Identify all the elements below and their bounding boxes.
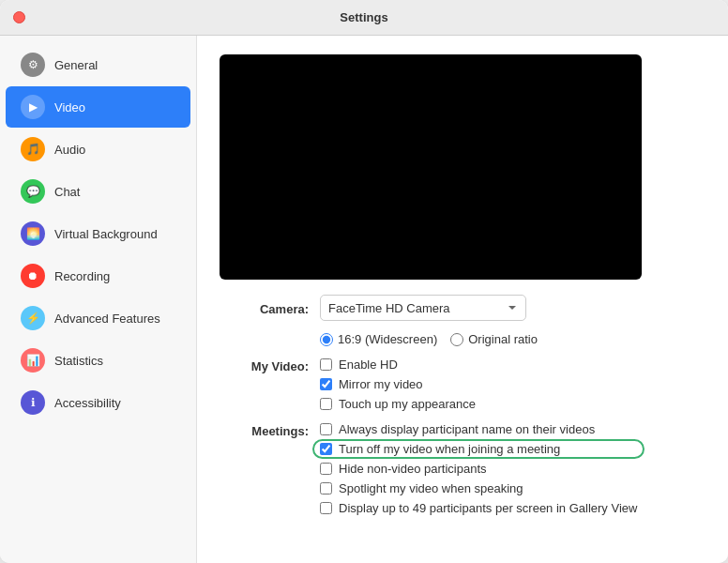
titlebar: Settings	[0, 0, 728, 36]
accessibility-icon: ℹ	[21, 390, 45, 415]
sidebar-item-video-label: Video	[54, 100, 85, 114]
enable-hd-checkbox[interactable]	[320, 358, 332, 371]
ratio-widescreen-label: 16:9 (Widescreen)	[338, 332, 437, 346]
mirror-video-label: Mirror my video	[339, 377, 423, 391]
touch-up-label: Touch up my appearance	[339, 397, 476, 411]
camera-label: Camera:	[220, 300, 309, 316]
touch-up-option[interactable]: Touch up my appearance	[320, 397, 476, 411]
sidebar-item-statistics[interactable]: 📊Statistics	[6, 340, 190, 381]
hide-non-video-label: Hide non-video participants	[339, 462, 487, 476]
my-video-label: My Video:	[220, 358, 309, 373]
statistics-icon: 📊	[21, 348, 45, 373]
close-button[interactable]	[13, 11, 25, 23]
chat-icon: 💬	[21, 179, 45, 204]
turn-off-video-checkbox[interactable]	[320, 443, 332, 455]
sidebar-item-virtual-background-label: Virtual Background	[54, 227, 158, 241]
my-video-row: My Video: Enable HD Mirror my video Touc…	[220, 358, 705, 411]
sidebar: ⚙General▶Video🎵Audio💬Chat🌅Virtual Backgr…	[0, 36, 197, 563]
sidebar-item-video[interactable]: ▶Video	[6, 86, 190, 128]
virtual-background-icon: 🌅	[21, 221, 45, 246]
aspect-ratio-label	[220, 332, 309, 334]
turn-off-video-label: Turn off my video when joining a meeting	[339, 442, 560, 456]
display-49-option[interactable]: Display up to 49 participants per screen…	[320, 501, 637, 515]
always-display-option[interactable]: Always display participant name on their…	[320, 422, 637, 436]
enable-hd-option[interactable]: Enable HD	[320, 358, 476, 372]
sidebar-item-general-label: General	[54, 58, 98, 72]
mirror-video-option[interactable]: Mirror my video	[320, 377, 476, 391]
audio-icon: 🎵	[21, 137, 45, 161]
sidebar-item-audio-label: Audio	[54, 143, 85, 157]
enable-hd-label: Enable HD	[339, 358, 398, 372]
mirror-video-checkbox[interactable]	[320, 378, 332, 390]
ratio-original-label: Original ratio	[468, 332, 538, 346]
spotlight-label: Spotlight my video when speaking	[339, 481, 523, 495]
general-icon: ⚙	[21, 53, 45, 77]
touch-up-checkbox[interactable]	[320, 398, 332, 410]
camera-select[interactable]: FaceTime HD Camera	[320, 295, 526, 321]
video-preview	[220, 54, 642, 280]
sidebar-item-recording-label: Recording	[54, 269, 110, 283]
display-49-label: Display up to 49 participants per screen…	[339, 501, 637, 515]
settings-window: Settings ⚙General▶Video🎵Audio💬Chat🌅Virtu…	[0, 0, 728, 563]
sidebar-item-accessibility-label: Accessibility	[54, 396, 121, 410]
advanced-features-icon: ⚡	[21, 306, 45, 330]
spotlight-option[interactable]: Spotlight my video when speaking	[320, 481, 637, 495]
ratio-radio-group: 16:9 (Widescreen) Original ratio	[320, 332, 538, 346]
content-area: ⚙General▶Video🎵Audio💬Chat🌅Virtual Backgr…	[0, 36, 728, 563]
meetings-row: Meetings: Always display participant nam…	[220, 422, 705, 515]
sidebar-item-chat[interactable]: 💬Chat	[6, 171, 190, 212]
sidebar-item-chat-label: Chat	[54, 185, 80, 199]
video-icon: ▶	[21, 95, 45, 119]
main-panel: Camera: FaceTime HD Camera 16:9 (Widescr…	[197, 36, 728, 563]
sidebar-item-advanced-features-label: Advanced Features	[54, 312, 160, 326]
meetings-label: Meetings:	[220, 422, 309, 438]
my-video-controls: Enable HD Mirror my video Touch up my ap…	[320, 358, 476, 411]
sidebar-item-audio[interactable]: 🎵Audio	[6, 129, 190, 170]
ratio-original-radio[interactable]	[450, 333, 463, 346]
sidebar-item-accessibility[interactable]: ℹAccessibility	[6, 382, 190, 423]
ratio-widescreen-radio[interactable]	[320, 333, 333, 346]
sidebar-item-recording[interactable]: ⏺Recording	[6, 255, 190, 297]
hide-non-video-option[interactable]: Hide non-video participants	[320, 462, 637, 476]
always-display-label: Always display participant name on their…	[339, 422, 595, 436]
aspect-ratio-row: 16:9 (Widescreen) Original ratio	[220, 332, 705, 346]
sidebar-item-general[interactable]: ⚙General	[6, 44, 190, 85]
camera-setting-row: Camera: FaceTime HD Camera	[220, 295, 705, 321]
display-49-checkbox[interactable]	[320, 502, 332, 514]
turn-off-video-option[interactable]: Turn off my video when joining a meeting	[320, 442, 637, 456]
sidebar-item-advanced-features[interactable]: ⚡Advanced Features	[6, 297, 190, 339]
always-display-checkbox[interactable]	[320, 423, 332, 435]
aspect-ratio-controls: 16:9 (Widescreen) Original ratio	[320, 332, 538, 346]
recording-icon: ⏺	[21, 264, 45, 288]
meetings-controls: Always display participant name on their…	[320, 422, 637, 515]
hide-non-video-checkbox[interactable]	[320, 463, 332, 475]
ratio-widescreen-option[interactable]: 16:9 (Widescreen)	[320, 332, 437, 346]
sidebar-item-virtual-background[interactable]: 🌅Virtual Background	[6, 213, 190, 254]
window-title: Settings	[0, 10, 728, 24]
sidebar-item-statistics-label: Statistics	[54, 354, 103, 368]
spotlight-checkbox[interactable]	[320, 482, 332, 495]
ratio-original-option[interactable]: Original ratio	[450, 332, 538, 346]
